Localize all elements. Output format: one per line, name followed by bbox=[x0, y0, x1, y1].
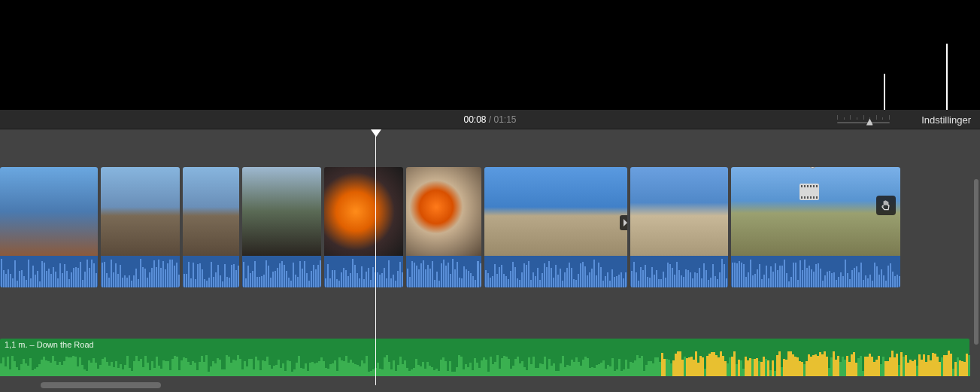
clip-thumbnail bbox=[0, 167, 98, 256]
clip-waveform bbox=[324, 256, 403, 287]
clip-thumbnail bbox=[242, 167, 321, 256]
video-clip[interactable]: 4,0 s – THE GREAT SK... bbox=[0, 167, 98, 287]
playhead[interactable] bbox=[375, 129, 376, 385]
audio-clip-label: 1,1 m. – Down the Road bbox=[5, 340, 94, 349]
zoom-track bbox=[837, 122, 890, 123]
clip-thumbnail bbox=[324, 167, 403, 256]
clip-waveform bbox=[101, 256, 180, 287]
video-clip[interactable] bbox=[324, 167, 403, 287]
timeline-area[interactable]: 4,0 s – THE GREAT SK...1,8 s – MOAB 1,1 … bbox=[0, 129, 980, 392]
settings-button[interactable]: Indstillinger bbox=[921, 114, 971, 125]
time-display: 00:08 / 01:15 bbox=[463, 114, 516, 125]
clip-thumbnail bbox=[183, 167, 239, 256]
video-clip[interactable] bbox=[101, 167, 180, 287]
freeze-frame-icon[interactable] bbox=[799, 184, 819, 200]
clip-waveform bbox=[242, 256, 321, 287]
callout-line-settings bbox=[946, 44, 948, 117]
clip-thumbnail bbox=[630, 167, 728, 256]
clip-waveform bbox=[183, 256, 239, 287]
audio-waveform bbox=[0, 350, 969, 376]
scrollbar-thumb[interactable] bbox=[41, 382, 161, 388]
clip-waveform bbox=[406, 256, 481, 287]
clip-thumbnail bbox=[101, 167, 180, 256]
video-clip[interactable] bbox=[406, 167, 481, 287]
horizontal-scrollbar[interactable] bbox=[2, 382, 978, 390]
transition-icon[interactable] bbox=[620, 215, 627, 230]
clip-thumbnail bbox=[406, 167, 481, 256]
video-clip[interactable] bbox=[183, 167, 239, 287]
video-clip[interactable] bbox=[731, 167, 900, 287]
timeline-toolbar: 00:08 / 01:15 Indstillinger bbox=[0, 110, 980, 129]
audio-track[interactable]: 1,1 m. – Down the Road bbox=[0, 339, 969, 376]
vertical-scrollbar[interactable] bbox=[974, 179, 978, 345]
video-track: 4,0 s – THE GREAT SK...1,8 s – MOAB bbox=[0, 167, 900, 287]
stabilization-icon[interactable] bbox=[876, 196, 896, 215]
clip-waveform bbox=[630, 256, 728, 287]
zoom-ticks bbox=[837, 115, 890, 120]
clip-thumbnail bbox=[731, 167, 900, 256]
video-clip[interactable] bbox=[630, 167, 728, 287]
video-clip[interactable] bbox=[242, 167, 321, 287]
zoom-slider[interactable] bbox=[837, 114, 890, 125]
time-current: 00:08 bbox=[463, 114, 486, 125]
clip-waveform bbox=[0, 256, 98, 287]
clip-waveform bbox=[731, 256, 900, 287]
clip-thumbnail bbox=[484, 167, 627, 256]
video-clip[interactable]: 1,8 s – MOAB bbox=[484, 167, 627, 287]
time-total: 01:15 bbox=[494, 114, 517, 125]
preview-area bbox=[0, 0, 980, 110]
clip-waveform bbox=[484, 256, 627, 287]
